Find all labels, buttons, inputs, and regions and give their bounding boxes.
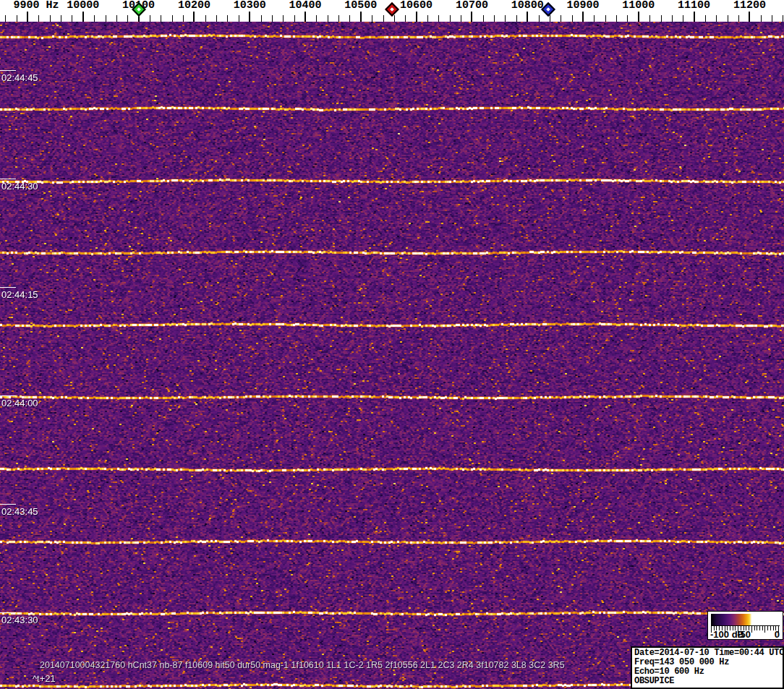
freq-minor-tick bbox=[539, 15, 540, 22]
freq-minor-tick bbox=[127, 15, 128, 22]
freq-minor-tick bbox=[616, 15, 617, 22]
freq-minor-tick bbox=[161, 15, 161, 22]
spectrogram-canvas bbox=[0, 22, 784, 689]
freq-major-tick bbox=[249, 12, 250, 22]
freq-major-tick bbox=[304, 12, 306, 22]
freq-minor-tick bbox=[5, 15, 6, 22]
freq-minor-tick bbox=[483, 15, 484, 22]
freq-minor-tick bbox=[316, 15, 317, 22]
colorbar-legend: -100 dB -50 0 bbox=[707, 611, 783, 640]
freq-minor-tick bbox=[661, 15, 662, 22]
freq-major-tick bbox=[27, 12, 28, 22]
freq-minor-tick bbox=[405, 15, 406, 22]
freq-minor-tick bbox=[150, 15, 150, 22]
freq-tick-label: 10300 bbox=[234, 0, 266, 12]
freq-minor-tick bbox=[738, 15, 739, 22]
freq-minor-tick bbox=[172, 15, 173, 22]
time-label: 02:43:45 bbox=[1, 506, 38, 517]
frequency-axis: 9900 Hz100001010010200103001040010500106… bbox=[0, 0, 784, 22]
freq-minor-tick bbox=[461, 15, 461, 22]
event-annotation: 20140710004321760 hCnt37 nb-87 f10609 hi… bbox=[40, 660, 565, 670]
time-tick bbox=[0, 395, 16, 396]
time-label: 02:44:30 bbox=[1, 181, 38, 192]
freq-major-tick bbox=[471, 12, 472, 22]
freq-minor-tick bbox=[38, 15, 39, 22]
freq-minor-tick bbox=[283, 15, 284, 22]
freq-minor-tick bbox=[94, 15, 95, 22]
freq-minor-tick bbox=[594, 15, 595, 22]
cursor-annotation: ^t+21 bbox=[33, 673, 56, 684]
freq-minor-tick bbox=[72, 15, 72, 22]
freq-minor-tick bbox=[728, 15, 728, 22]
freq-major-tick bbox=[82, 12, 84, 22]
colorbar-label-max: 0 bbox=[775, 630, 780, 639]
freq-minor-tick bbox=[516, 15, 517, 22]
freq-minor-tick bbox=[328, 15, 328, 22]
freq-tick-label: 10800 bbox=[511, 0, 544, 12]
freq-minor-tick bbox=[672, 15, 673, 22]
freq-minor-tick bbox=[772, 15, 772, 22]
freq-minor-tick bbox=[50, 15, 51, 22]
freq-major-tick bbox=[638, 12, 639, 22]
freq-minor-tick bbox=[17, 15, 17, 22]
time-tick bbox=[0, 70, 16, 71]
freq-minor-tick bbox=[61, 15, 61, 22]
freq-minor-tick bbox=[239, 15, 239, 22]
freq-minor-tick bbox=[205, 15, 206, 22]
freq-major-tick bbox=[193, 12, 195, 22]
freq-major-tick bbox=[527, 12, 528, 22]
freq-minor-tick bbox=[116, 15, 117, 22]
time-label: 02:44:00 bbox=[1, 398, 38, 408]
freq-minor-tick bbox=[761, 15, 762, 22]
freq-major-tick bbox=[416, 12, 417, 22]
freq-minor-tick bbox=[372, 15, 372, 22]
freq-minor-tick bbox=[216, 15, 217, 22]
info-station: OBSUPICE bbox=[634, 677, 780, 686]
freq-minor-tick bbox=[561, 15, 561, 22]
freq-minor-tick bbox=[494, 15, 495, 22]
freq-tick-label: 11000 bbox=[622, 0, 655, 12]
freq-minor-tick bbox=[438, 15, 439, 22]
freq-tick-label: 10500 bbox=[344, 0, 377, 12]
freq-minor-tick bbox=[572, 15, 573, 22]
freq-minor-tick bbox=[683, 15, 683, 22]
freq-major-tick bbox=[749, 12, 750, 22]
freq-minor-tick bbox=[605, 15, 606, 22]
freq-minor-tick bbox=[705, 15, 706, 22]
time-label: 02:44:15 bbox=[1, 289, 38, 300]
freq-minor-tick bbox=[349, 15, 350, 22]
colorbar-label-mid: -50 bbox=[737, 630, 751, 639]
freq-minor-tick bbox=[550, 15, 550, 22]
freq-minor-tick bbox=[716, 15, 717, 22]
freq-tick-label: 10200 bbox=[178, 0, 210, 12]
freq-major-tick bbox=[360, 12, 362, 22]
freq-minor-tick bbox=[338, 15, 339, 22]
freq-tick-label: 9900 Hz bbox=[13, 0, 59, 12]
spectrogram-window: 9900 Hz100001010010200103001040010500106… bbox=[0, 0, 784, 689]
freq-minor-tick bbox=[783, 15, 783, 22]
freq-minor-tick bbox=[427, 15, 428, 22]
freq-minor-tick bbox=[261, 15, 262, 22]
freq-major-tick bbox=[694, 12, 695, 22]
time-tick bbox=[0, 287, 16, 288]
freq-minor-tick bbox=[106, 15, 106, 22]
time-tick bbox=[0, 612, 16, 613]
time-tick bbox=[0, 504, 16, 505]
time-tick bbox=[0, 179, 16, 179]
freq-tick-label: 10700 bbox=[456, 0, 488, 12]
colorbar-gradient bbox=[711, 614, 780, 625]
freq-minor-tick bbox=[183, 15, 184, 22]
freq-minor-tick bbox=[227, 15, 228, 22]
freq-minor-tick bbox=[627, 15, 628, 22]
red-diamond-marker[interactable] bbox=[385, 2, 399, 17]
freq-minor-tick bbox=[394, 15, 395, 22]
freq-tick-label: 10600 bbox=[400, 0, 433, 12]
freq-tick-label: 11100 bbox=[678, 0, 710, 12]
freq-minor-tick bbox=[450, 15, 451, 22]
freq-tick-label: 10400 bbox=[289, 0, 321, 12]
time-label: 02:43:30 bbox=[1, 615, 38, 625]
freq-minor-tick bbox=[505, 15, 506, 22]
info-box: Date=2014-07-10 Time=00:44 UTC Freq=143 … bbox=[631, 646, 784, 689]
freq-minor-tick bbox=[272, 15, 273, 22]
freq-minor-tick bbox=[649, 15, 650, 22]
